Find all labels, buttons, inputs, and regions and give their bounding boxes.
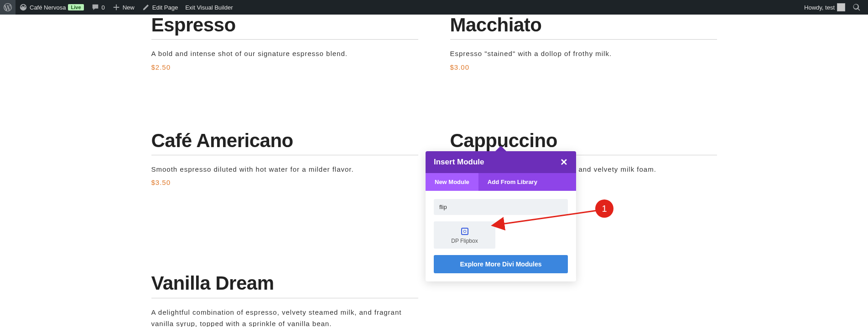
menu-item-vanilla-dream[interactable]: Vanilla Dream A delightful combination o… — [151, 273, 418, 327]
wp-logo[interactable] — [0, 0, 16, 15]
menu-item-price: $3.00 — [450, 63, 717, 71]
module-search-input[interactable] — [434, 199, 568, 215]
dashboard-icon — [19, 3, 27, 11]
search-toggle[interactable] — [849, 0, 864, 15]
comment-icon — [91, 3, 99, 11]
menu-item-desc: Smooth espresso diluted with hot water f… — [151, 164, 418, 175]
menu-item-macchiato[interactable]: Macchiato Espresso "stained" with a doll… — [450, 15, 717, 71]
site-name-label: Café Nervosa — [30, 4, 66, 11]
annotation-number: 1 — [602, 204, 607, 214]
popover-tabs: New Module Add From Library — [426, 173, 576, 191]
howdy-user-menu[interactable]: Howdy, test — [800, 0, 849, 15]
menu-item-cafe-americano[interactable]: Café Americano Smooth espresso diluted w… — [151, 130, 418, 187]
search-icon — [852, 3, 861, 11]
popover-title: Insert Module — [434, 158, 484, 167]
wp-admin-bar: Café Nervosa Live 0 New Edit Page Exit V… — [0, 0, 868, 15]
popover-header[interactable]: Insert Module ✕ — [426, 151, 576, 173]
comment-count: 0 — [102, 4, 105, 11]
menu-item-title: Café Americano — [151, 130, 418, 155]
explore-more-modules-button[interactable]: Explore More Divi Modules — [434, 255, 568, 273]
new-content-menu[interactable]: New — [109, 0, 138, 15]
popover-arrow-icon — [495, 146, 506, 151]
avatar — [837, 3, 845, 11]
edit-page-label: Edit Page — [152, 4, 178, 11]
new-label: New — [123, 4, 135, 11]
wordpress-icon — [4, 3, 12, 11]
module-dp-flipbox[interactable]: DP Flipbox — [434, 221, 495, 249]
menu-item-desc: A delightful combination of espresso, ve… — [151, 307, 418, 327]
live-badge: Live — [68, 4, 83, 10]
menu-item-title: Espresso — [151, 15, 418, 40]
close-icon[interactable]: ✕ — [560, 158, 568, 167]
menu-item-title: Vanilla Dream — [151, 273, 418, 298]
site-menu[interactable]: Café Nervosa Live — [16, 0, 88, 15]
exit-vb-label: Exit Visual Builder — [185, 4, 233, 11]
menu-item-title: Macchiato — [450, 15, 717, 40]
flipbox-icon — [461, 228, 468, 235]
module-card-label: DP Flipbox — [437, 238, 493, 244]
pencil-icon — [142, 3, 150, 11]
menu-item-espresso[interactable]: Espresso A bold and intense shot of our … — [151, 15, 418, 71]
menu-item-price: $2.50 — [151, 63, 418, 71]
insert-module-popover: Insert Module ✕ New Module Add From Libr… — [426, 146, 576, 281]
tab-add-from-library[interactable]: Add From Library — [478, 173, 546, 191]
menu-item-desc: A bold and intense shot of our signature… — [151, 48, 418, 60]
tab-new-module[interactable]: New Module — [426, 173, 478, 191]
edit-page-link[interactable]: Edit Page — [138, 0, 182, 15]
menu-item-desc: Espresso "stained" with a dollop of frot… — [450, 48, 717, 60]
plus-icon — [112, 3, 120, 11]
comments-menu[interactable]: 0 — [88, 0, 109, 15]
annotation-number-badge: 1 — [595, 199, 613, 218]
exit-visual-builder-link[interactable]: Exit Visual Builder — [182, 0, 237, 15]
howdy-label: Howdy, test — [804, 4, 835, 11]
menu-item-price: $3.50 — [151, 179, 418, 186]
